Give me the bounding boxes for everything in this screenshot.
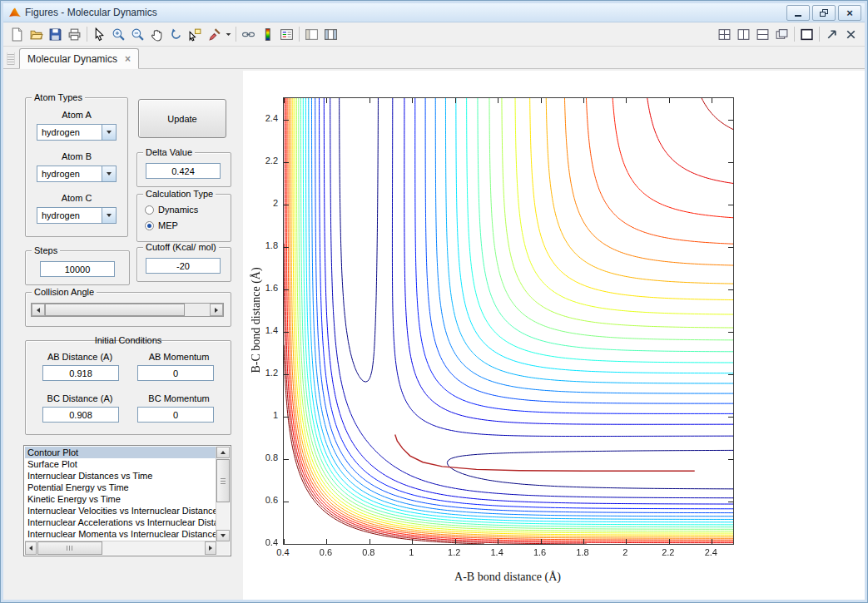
ab-distance-label: AB Distance (A) bbox=[31, 352, 129, 362]
close-x-icon[interactable] bbox=[841, 25, 861, 43]
toolbar-right-group bbox=[715, 25, 861, 43]
bc-momentum-input[interactable] bbox=[137, 407, 214, 423]
delta-value-input[interactable] bbox=[146, 163, 221, 179]
plot-panel: 0.40.60.811.21.41.61.822.22.4 0.40.60.81… bbox=[243, 71, 865, 600]
update-button[interactable]: Update bbox=[138, 99, 226, 138]
cutoff-group: Cutoff (Kcal/ mol) bbox=[136, 247, 231, 282]
print-icon[interactable] bbox=[65, 25, 84, 43]
radio-mep[interactable]: MEP bbox=[145, 220, 178, 230]
undock-icon[interactable] bbox=[822, 25, 841, 43]
figure-toolbar bbox=[3, 22, 865, 47]
x-tick-label: 2.4 bbox=[697, 547, 725, 557]
edit-arrow-icon[interactable] bbox=[90, 25, 109, 43]
tab-molecular-dynamics[interactable]: Molecular Dynamics × bbox=[19, 48, 139, 69]
minimize-button[interactable] bbox=[786, 5, 810, 21]
restore-button[interactable] bbox=[812, 5, 836, 21]
vertical-scroll-thumb[interactable] bbox=[216, 459, 230, 502]
scroll-up-icon[interactable] bbox=[216, 447, 230, 458]
hide-tools-icon[interactable] bbox=[302, 25, 321, 43]
close-button[interactable]: × bbox=[838, 5, 861, 21]
matlab-logo-icon bbox=[8, 6, 22, 19]
steps-title: Steps bbox=[32, 245, 60, 255]
link-icon[interactable] bbox=[239, 25, 258, 43]
atom-c-dropdown[interactable]: hydrogen bbox=[37, 207, 117, 224]
slider-thumb[interactable] bbox=[45, 304, 185, 316]
atom-b-dropdown-arrow-icon[interactable] bbox=[102, 166, 116, 181]
bc-momentum-label: BC Momentum bbox=[132, 393, 226, 403]
titlebar[interactable]: Figures - Molecular Dynamics × bbox=[3, 3, 865, 22]
tile-single-icon[interactable] bbox=[797, 25, 816, 43]
slider-track[interactable] bbox=[45, 304, 210, 316]
tab-grip[interactable] bbox=[7, 52, 15, 65]
zoom-out-icon[interactable] bbox=[128, 25, 147, 43]
collision-angle-title: Collision Angle bbox=[32, 287, 97, 297]
scroll-down-icon[interactable] bbox=[216, 530, 230, 541]
tile-rows-icon[interactable] bbox=[753, 25, 772, 43]
list-item[interactable]: Internuclear Momenta vs Internuclear Dis… bbox=[25, 528, 216, 540]
list-item[interactable]: Surface Plot bbox=[25, 458, 216, 470]
slider-left-arrow[interactable] bbox=[32, 304, 45, 316]
show-tools-icon[interactable] bbox=[321, 25, 340, 43]
x-tick-label: 0.8 bbox=[355, 547, 383, 557]
tile-columns-icon[interactable] bbox=[734, 25, 753, 43]
list-item[interactable]: Internuclear Distances vs Time bbox=[25, 470, 216, 482]
new-icon[interactable] bbox=[7, 25, 27, 43]
ab-momentum-input[interactable] bbox=[137, 365, 214, 381]
list-item[interactable]: Internuclear Velocities vs Internuclear … bbox=[25, 505, 216, 517]
collision-angle-slider[interactable] bbox=[31, 303, 224, 317]
rotate-icon[interactable] bbox=[166, 25, 186, 43]
minimize-icon bbox=[795, 15, 801, 17]
atom-a-dropdown[interactable]: hydrogen bbox=[37, 124, 117, 141]
plot-type-listbox: Contour PlotSurface PlotInternuclear Dis… bbox=[23, 445, 231, 556]
cutoff-input[interactable] bbox=[146, 258, 221, 274]
listbox-horizontal-scrollbar[interactable] bbox=[25, 541, 216, 555]
tile-stack-icon[interactable] bbox=[772, 25, 791, 43]
bc-distance-input[interactable] bbox=[42, 407, 119, 423]
data-cursor-icon[interactable] bbox=[186, 25, 205, 43]
tab-close-icon[interactable]: × bbox=[125, 54, 131, 64]
zoom-in-icon[interactable] bbox=[109, 25, 128, 43]
list-item[interactable]: Kinetic Energy vs Time bbox=[25, 493, 216, 505]
open-icon[interactable] bbox=[27, 25, 46, 43]
delta-value-group: Delta Value bbox=[136, 152, 231, 187]
window-controls: × bbox=[784, 5, 861, 21]
atom-b-dropdown[interactable]: hydrogen bbox=[37, 166, 117, 182]
atom-a-dropdown-arrow-icon[interactable] bbox=[102, 125, 116, 140]
atom-c-value: hydrogen bbox=[37, 208, 102, 223]
initial-conditions-title: Initial Conditions bbox=[26, 335, 231, 345]
pan-icon[interactable] bbox=[147, 25, 166, 43]
legend-icon[interactable] bbox=[277, 25, 296, 43]
x-tick-label: 1.4 bbox=[483, 547, 511, 557]
figures-window: Figures - Molecular Dynamics × Molecular… bbox=[0, 0, 868, 603]
toolbar-separator bbox=[819, 27, 820, 42]
horizontal-scroll-thumb[interactable] bbox=[37, 541, 102, 555]
save-icon[interactable] bbox=[46, 25, 65, 43]
colorbar-icon[interactable] bbox=[258, 25, 277, 43]
tile-grid-icon[interactable] bbox=[715, 25, 734, 43]
atom-a-label: Atom A bbox=[26, 110, 127, 120]
list-item[interactable]: Contour Plot bbox=[25, 447, 216, 458]
ab-distance-input[interactable] bbox=[42, 365, 119, 381]
steps-input[interactable] bbox=[40, 261, 115, 277]
toolbar-separator bbox=[794, 27, 795, 42]
brush-icon[interactable] bbox=[205, 25, 224, 43]
list-item[interactable]: Internuclear Accelerations vs Internucle… bbox=[25, 517, 216, 528]
atom-a-value: hydrogen bbox=[37, 125, 102, 140]
scroll-left-icon[interactable] bbox=[25, 541, 37, 555]
slider-right-arrow[interactable] bbox=[210, 304, 223, 316]
atom-types-group: Atom Types Atom A hydrogen Atom B hydrog… bbox=[25, 97, 128, 237]
scroll-right-icon[interactable] bbox=[205, 541, 216, 555]
list-item[interactable]: Potential Energy vs Time bbox=[25, 482, 216, 493]
radio-circle-icon[interactable] bbox=[145, 221, 154, 230]
brush-caret-icon[interactable] bbox=[224, 25, 233, 43]
calculation-type-group: Calculation Type DynamicsMEP bbox=[136, 194, 231, 242]
radio-circle-icon[interactable] bbox=[145, 205, 154, 215]
atom-c-dropdown-arrow-icon[interactable] bbox=[102, 208, 116, 223]
listbox-vertical-scrollbar[interactable] bbox=[216, 447, 230, 541]
radio-dynamics[interactable]: Dynamics bbox=[145, 205, 198, 215]
tab-label: Molecular Dynamics bbox=[27, 53, 117, 65]
atom-types-title: Atom Types bbox=[32, 92, 85, 102]
steps-group: Steps bbox=[25, 250, 130, 285]
x-tick-label: 2.2 bbox=[654, 547, 682, 557]
contour-plot-canvas[interactable] bbox=[284, 98, 733, 544]
